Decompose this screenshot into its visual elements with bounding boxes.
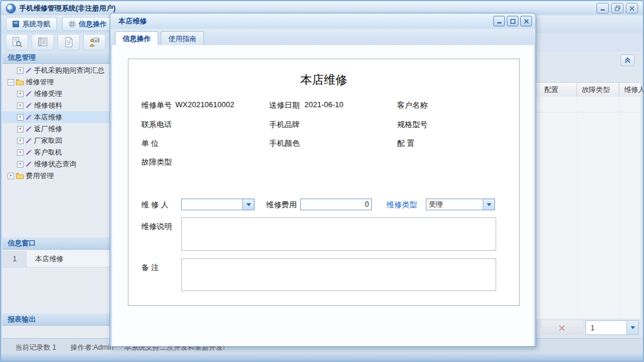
info-row-label: 本店维修 [27,254,63,264]
sidebar-section-info-management[interactable]: 信息管理 [2,52,110,64]
wand-icon [25,160,32,168]
wand-icon [25,67,32,74]
close-button[interactable] [626,3,638,13]
tree-item-fee-management[interactable]: 费用管理 [2,170,110,182]
document-button[interactable] [57,34,80,50]
tree-item-label: 返厂维修 [34,124,62,134]
repair-type-label[interactable]: 维修类型 [387,200,417,210]
sidebar-section-report-output[interactable]: 报表输出 [2,313,110,326]
tree-item-label: 本店维修 [34,112,62,122]
column-header-repairer[interactable]: 维修人 [619,83,644,97]
store-repair-dialog: 本店维修 信息操作 使用指南 本店维修 维修单号 WX20210610002 送… [110,13,536,347]
fault-type-label: 故障类型 [141,157,172,168]
dialog-tabs: 信息操作 使用指南 [110,29,535,45]
repair-no-value: WX20210610002 [175,100,234,109]
tree-item-label: 客户取机 [34,148,62,158]
minimize-button[interactable] [596,3,609,13]
wand-icon [25,125,32,132]
window-icon [12,21,19,28]
expand-icon[interactable] [8,173,14,179]
x-icon [558,325,565,332]
repair-fee-label: 维修费用 [266,200,297,210]
unit-label: 单 位 [141,138,159,149]
repair-fee-input[interactable] [300,199,372,210]
repair-no-label: 维修单号 [141,100,172,111]
tree-item-repair-accept[interactable]: 维修受理 [2,88,110,100]
search-document-button[interactable] [6,34,28,50]
tree-item-label: 维修领料 [34,101,62,111]
chevron-down-icon[interactable] [242,199,254,210]
user-report-button[interactable] [83,34,106,50]
app-title: 手机维修管理系统(非注册用户) [19,4,116,13]
collapse-panel-button[interactable] [621,54,635,66]
chevron-down-icon[interactable] [626,321,638,334]
tree-item-purchase-query[interactable]: 手机采购期间查询汇总 [2,64,110,76]
tree-item-label: 维修管理 [26,77,54,87]
repair-type-select-value: 受理 [426,200,483,210]
nav-tab-info[interactable]: 信息操作 [62,17,113,31]
page-select[interactable]: 1 [585,320,639,335]
expand-icon[interactable] [17,161,23,168]
status-operator: 操作者:Admin [70,343,113,353]
expand-icon[interactable] [17,126,23,132]
column-header-config[interactable]: 配置 [540,83,577,97]
folder-icon [16,172,24,179]
app-window: 手机维修管理系统(非注册用户) 系统导航 信息操作 [0,0,644,362]
dialog-title: 本店维修 [118,16,147,26]
dialog-close-button[interactable] [520,16,532,26]
remark-textarea[interactable] [181,258,496,291]
tree-item-factory-repair[interactable]: 返厂维修 [2,123,110,135]
info-window-row[interactable]: 1 本店维修 [2,251,110,268]
list-icon [37,36,49,48]
dialog-body: 本店维修 维修单号 WX20210610002 送修日期 2021-06-10 … [112,45,534,346]
expand-icon[interactable] [17,103,23,109]
background-delete-button[interactable] [541,320,582,335]
folder-icon [16,78,24,86]
wand-icon [25,137,32,144]
app-logo-icon [6,4,16,13]
form-panel: 本店维修 维修单号 WX20210610002 送修日期 2021-06-10 … [128,59,520,306]
wand-icon [25,90,32,97]
nav-tab-system[interactable]: 系统导航 [6,17,57,31]
restore-button[interactable] [611,3,623,13]
dialog-maximize-button[interactable] [507,16,518,26]
tree-item-repair-status-query[interactable]: 维修状态查询 [2,158,110,170]
tab-info-operation[interactable]: 信息操作 [115,31,158,47]
tree-item-factory-retrieve[interactable]: 厂家取回 [2,135,110,146]
dialog-minimize-button[interactable] [493,16,505,26]
page-select-value: 1 [586,324,626,332]
tree-item-customer-pickup[interactable]: 客户取机 [2,146,110,158]
expand-icon[interactable] [17,138,23,144]
nav-tree: 手机采购期间查询汇总 维修管理 维修受理 维修领料 本店维修 [2,64,110,233]
repairer-label: 维 修 人 [141,200,168,210]
tree-item-store-repair[interactable]: 本店维修 [2,111,110,123]
repairer-select[interactable] [181,199,255,210]
sidebar-section-info-window[interactable]: 信息窗口 [2,237,110,250]
expand-icon[interactable] [17,91,23,97]
collapse-icon[interactable] [8,79,14,86]
remark-label: 备 注 [141,262,159,273]
tree-item-repair-materials[interactable]: 维修领料 [2,100,110,111]
repair-desc-label: 维修说明 [141,221,172,232]
tree-item-label: 维修受理 [34,89,62,99]
customer-name-label: 客户名称 [397,100,428,111]
chevron-down-icon[interactable] [483,199,494,210]
nav-tab-label: 信息操作 [79,19,107,29]
tree-item-label: 手机采购期间查询汇总 [34,66,104,76]
wand-icon [25,149,32,156]
dialog-titlebar[interactable]: 本店维修 [110,13,535,29]
expand-icon[interactable] [17,149,23,156]
tab-user-guide[interactable]: 使用指南 [161,31,204,46]
nav-tab-label: 系统导航 [22,19,50,29]
contact-phone-label: 联系电话 [141,119,172,130]
expand-icon[interactable] [17,114,23,121]
window-bottom-edge [1,354,643,361]
repair-desc-textarea[interactable] [181,217,496,251]
column-header-fault-type[interactable]: 故障类型 [577,83,619,97]
list-view-button[interactable] [32,34,54,50]
expand-icon[interactable] [17,67,23,74]
phone-color-label: 手机颜色 [269,138,300,149]
repair-type-select[interactable]: 受理 [426,199,495,210]
wand-icon [25,114,32,121]
tree-item-repair-management[interactable]: 维修管理 [2,76,110,88]
